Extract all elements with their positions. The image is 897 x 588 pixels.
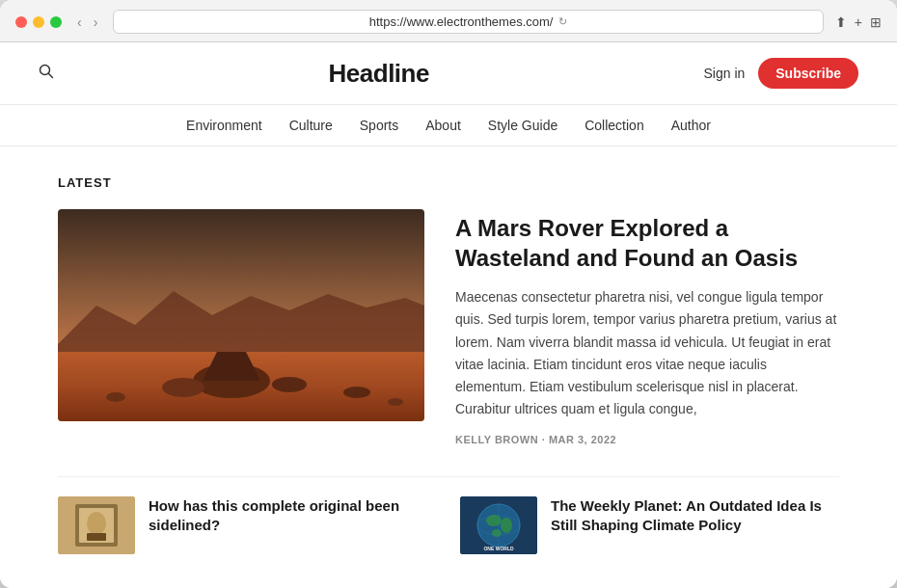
nav-link-environment[interactable]: Environment: [186, 118, 262, 133]
site-title: Headline: [329, 59, 429, 89]
reload-icon: ↻: [558, 15, 567, 28]
browser-chrome: ‹ › https://www.electronthemes.com/ ↻ ⬆ …: [0, 0, 897, 42]
sign-in-button[interactable]: Sign in: [703, 66, 745, 81]
browser-nav-buttons: ‹ ›: [73, 13, 101, 32]
share-button[interactable]: ⬆: [835, 14, 847, 30]
nav-item-environment[interactable]: Environment: [186, 117, 262, 134]
featured-image[interactable]: [58, 209, 424, 421]
featured-author: KELLY BROWN: [455, 434, 538, 445]
svg-text:ONE WORLD: ONE WORLD: [483, 546, 513, 551]
nav-link-author[interactable]: Author: [671, 118, 711, 133]
page-content: Headline Sign in Subscribe Environment C…: [0, 42, 897, 588]
portrait-image: [58, 496, 135, 554]
nav-item-collection[interactable]: Collection: [584, 117, 643, 134]
dot-yellow[interactable]: [33, 16, 44, 28]
featured-text: A Mars Rover Explored a Wasteland and Fo…: [455, 209, 839, 445]
address-bar[interactable]: https://www.electronthemes.com/ ↻: [113, 10, 823, 34]
svg-point-22: [501, 518, 512, 533]
browser-actions: ⬆ + ⊞: [835, 14, 882, 30]
url-text: https://www.electronthemes.com/: [369, 14, 554, 29]
svg-point-11: [106, 392, 125, 402]
featured-article-title[interactable]: A Mars Rover Explored a Wasteland and Fo…: [455, 213, 839, 273]
svg-point-13: [388, 398, 403, 406]
bottom-articles: How has this complete original been side…: [58, 476, 839, 554]
nav-item-author[interactable]: Author: [671, 117, 711, 134]
nav-item-style-guide[interactable]: Style Guide: [488, 117, 557, 134]
meta-separator: ·: [542, 434, 549, 445]
header-left: [39, 64, 54, 83]
main-content: LATEST: [0, 147, 897, 588]
svg-point-9: [162, 378, 204, 397]
globe-image: ONE WORLD: [460, 496, 537, 554]
nav-item-sports[interactable]: Sports: [360, 117, 398, 134]
featured-article: A Mars Rover Explored a Wasteland and Fo…: [58, 209, 839, 445]
new-tab-button[interactable]: +: [855, 14, 862, 30]
featured-article-meta: KELLY BROWN · MAR 3, 2022: [455, 434, 839, 445]
nav-link-style-guide[interactable]: Style Guide: [488, 118, 557, 133]
grid-button[interactable]: ⊞: [870, 14, 882, 30]
dot-green[interactable]: [50, 16, 62, 28]
small-article-title-2: The Weekly Planet: An Outdated Idea Is S…: [551, 496, 839, 536]
svg-point-21: [486, 515, 502, 526]
browser-dots: [15, 16, 62, 28]
nav-item-about[interactable]: About: [425, 117, 461, 134]
small-image-1: [58, 496, 135, 554]
svg-point-12: [343, 387, 370, 398]
svg-point-17: [87, 512, 106, 535]
dot-red[interactable]: [15, 16, 27, 28]
small-image-2: ONE WORLD: [460, 496, 537, 554]
subscribe-button[interactable]: Subscribe: [758, 58, 858, 89]
nav-link-collection[interactable]: Collection: [584, 118, 643, 133]
nav-list: Environment Culture Sports About Style G…: [186, 117, 711, 134]
search-button[interactable]: [39, 64, 54, 83]
svg-point-23: [492, 529, 502, 537]
browser-window: ‹ › https://www.electronthemes.com/ ↻ ⬆ …: [0, 0, 897, 588]
featured-article-excerpt: Maecenas consectetur pharetra nisi, vel …: [455, 286, 839, 420]
site-nav: Environment Culture Sports About Style G…: [0, 105, 897, 147]
header-right: Sign in Subscribe: [703, 58, 858, 89]
section-label: LATEST: [58, 175, 839, 190]
featured-date: MAR 3, 2022: [549, 434, 616, 445]
browser-top-bar: ‹ › https://www.electronthemes.com/ ↻ ⬆ …: [15, 10, 882, 34]
forward-button[interactable]: ›: [90, 13, 102, 32]
nav-link-about[interactable]: About: [425, 118, 461, 133]
small-article-2[interactable]: ONE WORLD The Weekly Planet: An Outdated…: [460, 496, 839, 554]
small-article-1[interactable]: How has this complete original been side…: [58, 496, 437, 554]
back-button[interactable]: ‹: [73, 13, 86, 32]
svg-point-10: [272, 377, 307, 392]
nav-link-sports[interactable]: Sports: [360, 118, 398, 133]
svg-rect-18: [87, 533, 106, 541]
svg-line-1: [49, 74, 53, 78]
nav-link-culture[interactable]: Culture: [289, 118, 333, 133]
site-header: Headline Sign in Subscribe: [0, 42, 897, 105]
nav-item-culture[interactable]: Culture: [289, 117, 333, 134]
small-article-title-1: How has this complete original been side…: [149, 496, 437, 536]
